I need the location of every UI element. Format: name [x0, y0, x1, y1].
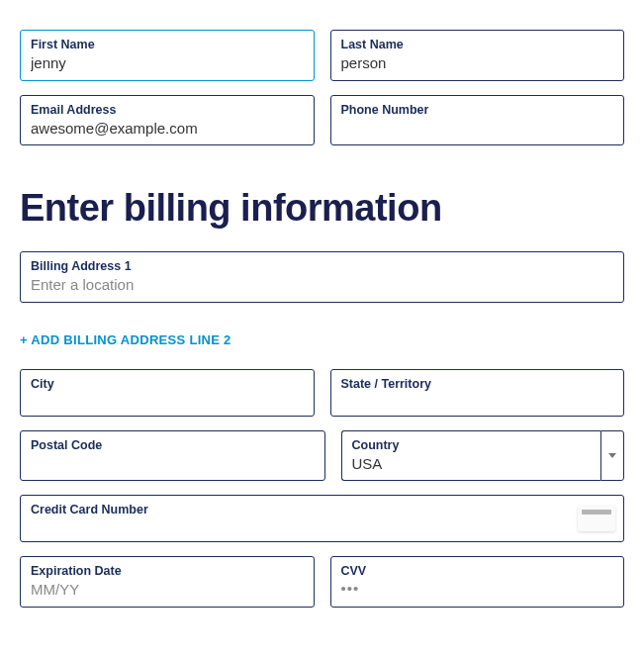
postal-field[interactable]: Postal Code [20, 430, 325, 482]
country-dropdown-toggle[interactable] [600, 430, 624, 482]
add-address-line2-button[interactable]: + ADD BILLING ADDRESS LINE 2 [20, 332, 231, 347]
country-field[interactable]: Country USA [341, 430, 625, 482]
billing-address1-field[interactable]: Billing Address 1 [20, 251, 624, 303]
cvv-field[interactable]: CVV ••• [330, 556, 625, 608]
last-name-label: Last Name [341, 38, 614, 51]
first-name-input[interactable] [31, 53, 304, 73]
email-field[interactable]: Email Address [20, 95, 315, 146]
state-field[interactable]: State / Territory [330, 369, 625, 417]
country-label: Country [352, 438, 592, 452]
last-name-field[interactable]: Last Name [330, 30, 625, 81]
city-label: City [31, 377, 304, 391]
postal-label: Postal Code [31, 438, 315, 452]
cvv-label: CVV [341, 564, 614, 578]
first-name-field[interactable]: First Name [20, 30, 315, 81]
country-value: USA [352, 454, 592, 474]
credit-card-field[interactable]: Credit Card Number [20, 495, 624, 542]
expiration-label: Expiration Date [31, 564, 304, 578]
state-label: State / Territory [341, 377, 614, 391]
billing-address1-label: Billing Address 1 [31, 259, 613, 273]
chevron-down-icon [608, 453, 616, 458]
credit-card-icon [578, 506, 615, 531]
phone-field[interactable]: Phone Number [330, 95, 625, 146]
cvv-placeholder: ••• [341, 580, 614, 597]
first-name-label: First Name [31, 38, 304, 51]
billing-heading: Enter billing information [20, 187, 624, 230]
email-input[interactable] [31, 119, 304, 139]
expiration-input[interactable] [31, 580, 304, 600]
phone-label: Phone Number [341, 103, 614, 117]
billing-address1-input[interactable] [31, 275, 613, 295]
credit-card-label: Credit Card Number [31, 503, 613, 516]
city-field[interactable]: City [20, 369, 315, 417]
last-name-input[interactable] [341, 53, 614, 73]
expiration-field[interactable]: Expiration Date [20, 556, 315, 608]
email-label: Email Address [31, 103, 304, 117]
